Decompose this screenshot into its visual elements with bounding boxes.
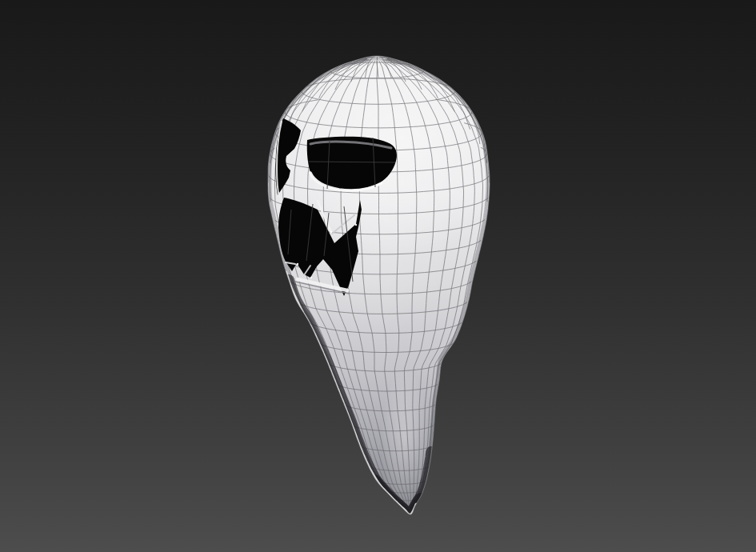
vertex-speck: [355, 224, 357, 226]
scene-svg: [0, 0, 756, 552]
vertex-speck: [297, 263, 298, 265]
vertex-speck: [310, 277, 312, 278]
viewport-3d[interactable]: [0, 0, 756, 552]
vertex-speck: [330, 231, 332, 233]
